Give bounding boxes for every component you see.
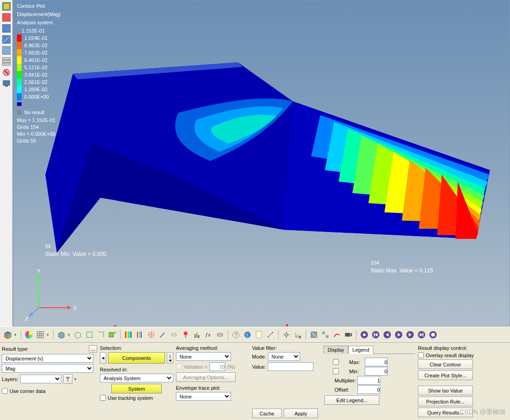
- multiplier-input[interactable]: [357, 376, 380, 385]
- play-icon[interactable]: [394, 330, 404, 340]
- contour-tool-icon[interactable]: [123, 330, 133, 340]
- first-frame-icon[interactable]: [371, 330, 381, 340]
- legend-max-grid: Grids 154: [17, 124, 60, 131]
- clear-contour-button[interactable]: Clear Contour: [418, 359, 473, 369]
- contour-mesh: [27, 37, 504, 285]
- svg-rect-39: [128, 332, 129, 338]
- overlay-checkbox[interactable]: [418, 352, 424, 358]
- tools-icon[interactable]: [2, 68, 11, 77]
- svg-rect-78: [326, 335, 329, 338]
- envelope-select[interactable]: None: [176, 392, 231, 401]
- mesh-icon[interactable]: [35, 330, 45, 340]
- value-input[interactable]: [268, 362, 313, 371]
- vector-tool-icon[interactable]: [158, 330, 168, 340]
- projection-rule-button[interactable]: Projection Rule...: [418, 397, 473, 406]
- anim-settings-icon[interactable]: [359, 330, 369, 340]
- 3d-viewport[interactable]: Contour Plot Displacement(Mag) Analysis …: [13, 0, 510, 326]
- corner-data-checkbox[interactable]: [2, 388, 8, 394]
- deformed-icon[interactable]: [2, 46, 11, 55]
- result-type-label: Result type:: [2, 346, 28, 352]
- color-wheel-icon[interactable]: [24, 330, 34, 340]
- result-component-select[interactable]: Mag: [2, 364, 93, 373]
- fx-bars-icon[interactable]: [192, 330, 202, 340]
- info-icon[interactable]: i: [242, 330, 252, 340]
- marker-icon[interactable]: [181, 330, 191, 340]
- legend-row: 1.280E-02: [17, 86, 60, 93]
- svg-point-96: [431, 333, 435, 337]
- explode-icon[interactable]: [320, 330, 330, 340]
- deform-tool-icon[interactable]: [169, 330, 179, 340]
- show-iso-button[interactable]: Show Iso Value: [418, 386, 473, 395]
- legend-min: Min = 0.000E+00: [17, 131, 60, 138]
- cache-button[interactable]: Cache: [252, 409, 282, 418]
- section-icon[interactable]: [309, 330, 319, 340]
- svg-marker-17: [37, 276, 41, 279]
- max-input[interactable]: [365, 358, 388, 366]
- legend-min-grid: Grids 55: [17, 138, 60, 144]
- legend-title-3: Analysis system: [17, 19, 60, 26]
- sel-next-button[interactable]: I◂: [167, 352, 173, 364]
- feature-lines-icon[interactable]: [96, 330, 106, 340]
- iso-icon[interactable]: [2, 24, 11, 33]
- tensor-tool-icon[interactable]: [146, 330, 156, 340]
- max-checkbox[interactable]: [324, 359, 347, 365]
- streamline-icon[interactable]: [332, 330, 342, 340]
- monitor-icon[interactable]: [2, 79, 11, 88]
- tab-display[interactable]: Display: [324, 346, 348, 354]
- grid-icon[interactable]: [2, 57, 11, 66]
- shaded-cube-icon[interactable]: [56, 330, 66, 340]
- notes-icon[interactable]: [254, 330, 264, 340]
- min-input[interactable]: [365, 367, 388, 376]
- result-type-select[interactable]: Displacement (v): [2, 354, 93, 363]
- last-frame-icon[interactable]: [417, 330, 427, 340]
- averaging-options-button[interactable]: Averaging Options...: [176, 372, 236, 382]
- next-frame-icon[interactable]: [405, 330, 415, 340]
- svg-rect-43: [139, 332, 140, 338]
- legend-tabset: Display Legend: [324, 345, 415, 354]
- min-node-number: 55: [45, 243, 51, 249]
- edit-legend-button[interactable]: Edit Legend...: [324, 395, 379, 405]
- fbd-icon[interactable]: [215, 330, 225, 340]
- transparent-cube-icon[interactable]: [73, 330, 83, 340]
- vector-icon[interactable]: [2, 35, 11, 44]
- entity-icon[interactable]: [3, 330, 13, 340]
- query-icon[interactable]: ?: [231, 330, 241, 340]
- components-button[interactable]: Components: [108, 352, 165, 364]
- layers-select[interactable]: [20, 375, 61, 383]
- tracking-checkbox[interactable]: [100, 395, 106, 401]
- result-info-button[interactable]: ...: [89, 345, 97, 353]
- legend-row: 1.152E-01: [17, 27, 60, 34]
- iso-tool-icon[interactable]: [135, 330, 145, 340]
- svg-rect-13: [5, 86, 8, 87]
- value-filter-label: Value filter:: [252, 345, 321, 351]
- offset-label: Offset:: [335, 387, 356, 392]
- prev-frame-icon[interactable]: [382, 330, 392, 340]
- min-checkbox[interactable]: [324, 368, 347, 374]
- contour-icon[interactable]: [2, 2, 11, 11]
- averaging-select[interactable]: None: [176, 352, 231, 361]
- svg-rect-35: [109, 332, 114, 337]
- fx-icon[interactable]: ƒx: [203, 330, 214, 340]
- svg-text:Y: Y: [37, 268, 41, 274]
- system-button[interactable]: System: [111, 384, 162, 393]
- offset-input[interactable]: [357, 385, 380, 394]
- add-box-icon[interactable]: +: [107, 330, 117, 340]
- video-icon[interactable]: [343, 330, 353, 340]
- tab-legend[interactable]: Legend: [348, 346, 373, 354]
- tracking-icon[interactable]: [281, 330, 291, 340]
- create-plot-style-button[interactable]: Create Plot Style...: [418, 370, 473, 380]
- wireframe-icon[interactable]: [84, 330, 94, 340]
- sys-axis-icon[interactable]: x: [293, 330, 303, 340]
- variation-input: [209, 362, 225, 371]
- mode-select[interactable]: None: [268, 352, 300, 361]
- record-icon[interactable]: [428, 330, 438, 340]
- svg-rect-1: [4, 4, 9, 9]
- query-results-button[interactable]: Query Results...: [418, 408, 473, 417]
- layers-filter-button[interactable]: [63, 374, 72, 384]
- svg-rect-62: [256, 332, 262, 338]
- measure-icon[interactable]: [265, 330, 275, 340]
- resolved-select[interactable]: Analysis System: [100, 374, 173, 382]
- sel-prev-button[interactable]: ◂: [100, 352, 106, 364]
- tensor-icon[interactable]: [2, 13, 11, 22]
- apply-button[interactable]: Apply: [284, 409, 318, 418]
